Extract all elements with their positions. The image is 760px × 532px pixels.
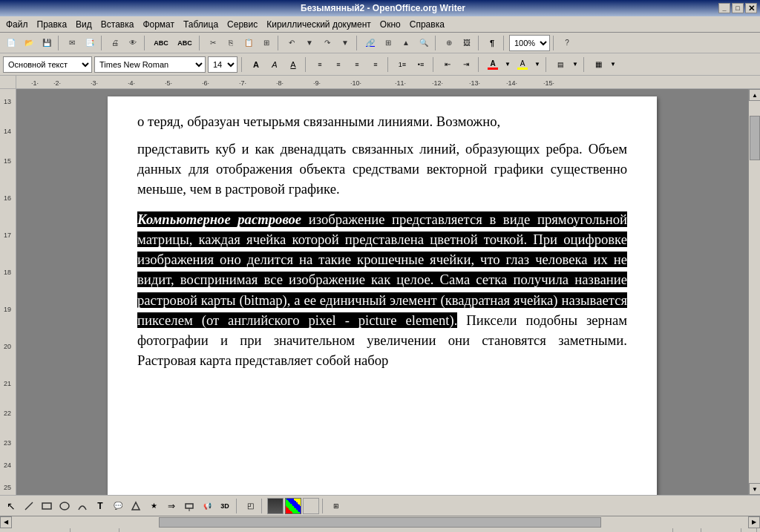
font-color-button[interactable]: A bbox=[485, 56, 501, 73]
scroll-track[interactable] bbox=[749, 101, 760, 483]
scroll-left-button[interactable]: ◀ bbox=[0, 516, 12, 528]
borders-button[interactable]: ▦ bbox=[590, 56, 606, 73]
vertical-ruler: 13 14 15 16 17 18 19 20 21 22 23 24 25 bbox=[0, 89, 16, 495]
para-bg-dropdown[interactable]: ▼ bbox=[571, 56, 580, 73]
redo-button[interactable]: ↷ bbox=[319, 35, 335, 51]
align-left-button[interactable]: ≡ bbox=[312, 56, 328, 73]
menu-edit[interactable]: Правка bbox=[33, 18, 72, 31]
increase-indent-button[interactable]: ⇥ bbox=[458, 56, 474, 73]
menu-cyrillic[interactable]: Кириллический документ bbox=[262, 18, 376, 31]
para-bg-button[interactable]: ▤ bbox=[552, 56, 569, 73]
open-button[interactable]: 📂 bbox=[21, 35, 37, 51]
highlight-button[interactable]: A bbox=[514, 56, 531, 73]
vertical-scrollbar[interactable]: ▲ ▼ bbox=[748, 89, 760, 495]
svg-text:·12·: ·12· bbox=[432, 79, 443, 87]
align-right-button[interactable]: ≡ bbox=[349, 56, 365, 73]
shadow-button[interactable]: ◰ bbox=[242, 498, 258, 514]
separator bbox=[503, 36, 506, 50]
align-center-button[interactable]: ≡ bbox=[330, 56, 347, 73]
bullets-button[interactable]: •≡ bbox=[413, 56, 429, 73]
paste-special-button[interactable]: ⊞ bbox=[258, 35, 275, 51]
text-tool[interactable]: T bbox=[92, 498, 108, 514]
font-select[interactable]: Times New Roman bbox=[94, 56, 206, 73]
redo-dropdown[interactable]: ▼ bbox=[337, 35, 353, 51]
font-color-dropdown[interactable]: ▼ bbox=[503, 56, 512, 73]
highlight-dropdown[interactable]: ▼ bbox=[533, 56, 542, 73]
italic-button[interactable]: A bbox=[266, 56, 283, 73]
status-bar: Страница 1 / 2 Обычный 100% ВСТ СТАНД * bbox=[0, 528, 760, 532]
help-button[interactable]: ? bbox=[559, 35, 575, 51]
style-select[interactable]: Основной текст bbox=[3, 56, 92, 73]
h-scroll-thumb[interactable] bbox=[159, 517, 600, 528]
navigator-button[interactable]: ⊕ bbox=[441, 35, 457, 51]
callout-tool[interactable]: 💬 bbox=[110, 498, 126, 514]
scroll-up-button[interactable]: ▲ bbox=[749, 89, 760, 101]
flowchart-button[interactable] bbox=[181, 498, 197, 514]
basic-shapes-button[interactable] bbox=[128, 498, 144, 514]
find-button[interactable]: 🔍 bbox=[416, 35, 432, 51]
maximize-button[interactable]: □ bbox=[732, 3, 744, 13]
line-tool[interactable] bbox=[21, 498, 37, 514]
menu-table[interactable]: Таблица bbox=[179, 18, 223, 31]
undo-dropdown[interactable]: ▼ bbox=[301, 35, 318, 51]
horizontal-scrollbar[interactable]: ◀ ▶ bbox=[0, 516, 760, 528]
3d-button[interactable]: 3D bbox=[217, 498, 233, 514]
h-scroll-track[interactable] bbox=[12, 516, 748, 528]
menu-format[interactable]: Формат bbox=[138, 18, 179, 31]
menu-view[interactable]: Вид bbox=[71, 18, 96, 31]
size-select[interactable]: 14 bbox=[208, 56, 238, 73]
svg-rect-16 bbox=[0, 89, 16, 495]
new-button[interactable]: 📄 bbox=[3, 35, 19, 51]
zoom-select[interactable]: 100% 75% 150% bbox=[509, 35, 550, 51]
menu-window[interactable]: Окно bbox=[376, 18, 405, 31]
align-justify-button[interactable]: ≡ bbox=[367, 56, 384, 73]
cut-button[interactable]: ✂ bbox=[205, 35, 221, 51]
curve-tool[interactable] bbox=[74, 498, 91, 514]
close-button[interactable]: ✕ bbox=[745, 3, 757, 13]
symbol-shapes-button[interactable]: ★ bbox=[145, 498, 162, 514]
bold-button[interactable]: A bbox=[248, 56, 264, 73]
insert-mode: ВСТ bbox=[673, 528, 701, 532]
undo-button[interactable]: ↶ bbox=[284, 35, 300, 51]
menu-file[interactable]: Файл bbox=[1, 18, 33, 31]
modified-status: * bbox=[741, 528, 757, 532]
separator bbox=[101, 36, 104, 50]
underline-button[interactable]: A bbox=[285, 56, 301, 73]
menu-tools[interactable]: Сервис bbox=[223, 18, 262, 31]
save-button[interactable]: 💾 bbox=[39, 35, 55, 51]
nonprint-button[interactable]: ¶ bbox=[484, 35, 500, 51]
decrease-indent-button[interactable]: ⇤ bbox=[439, 56, 456, 73]
scroll-right-button[interactable]: ▶ bbox=[748, 516, 760, 528]
line-color-button[interactable] bbox=[267, 498, 284, 514]
ellipse-tool[interactable] bbox=[56, 498, 73, 514]
show-draw-button[interactable]: ▲ bbox=[398, 35, 414, 51]
pdf-button[interactable]: 📑 bbox=[82, 35, 98, 51]
gallery-button[interactable]: 🖼 bbox=[459, 35, 475, 51]
borders-dropdown[interactable]: ▼ bbox=[609, 56, 618, 73]
paste-button[interactable]: 📋 bbox=[240, 35, 257, 51]
extra-color-button[interactable] bbox=[303, 498, 319, 514]
callouts-button[interactable]: 📢 bbox=[199, 498, 215, 514]
snap-button[interactable]: ⊞ bbox=[328, 498, 344, 514]
table-button[interactable]: ⊞ bbox=[380, 35, 396, 51]
separator bbox=[199, 36, 202, 50]
preview-button[interactable]: 👁 bbox=[125, 35, 141, 51]
scroll-down-button[interactable]: ▼ bbox=[749, 483, 760, 495]
block-arrows-button[interactable]: ⇒ bbox=[163, 498, 180, 514]
email-button[interactable]: ✉ bbox=[64, 35, 80, 51]
copy-button[interactable]: ⎘ bbox=[223, 35, 239, 51]
menu-insert[interactable]: Вставка bbox=[96, 18, 139, 31]
hyperlink-button[interactable]: 🔗 bbox=[362, 35, 379, 51]
select-tool[interactable]: ↖ bbox=[3, 498, 19, 514]
window-title: Безымянный2 - OpenOffice.org Writer bbox=[48, 3, 718, 13]
menu-help[interactable]: Справка bbox=[405, 18, 449, 31]
numbering-button[interactable]: 1≡ bbox=[394, 56, 410, 73]
minimize-button[interactable]: _ bbox=[718, 3, 730, 13]
page[interactable]: о теряд, образуан четырьмя связанными ли… bbox=[108, 96, 657, 495]
fill-color-button[interactable] bbox=[285, 498, 301, 514]
autocorrect-button[interactable]: ABC bbox=[174, 35, 196, 51]
scroll-thumb[interactable] bbox=[750, 116, 760, 160]
spellcheck-button[interactable]: ABC bbox=[150, 35, 172, 51]
rect-tool[interactable] bbox=[39, 498, 55, 514]
print-button[interactable]: 🖨 bbox=[107, 35, 123, 51]
